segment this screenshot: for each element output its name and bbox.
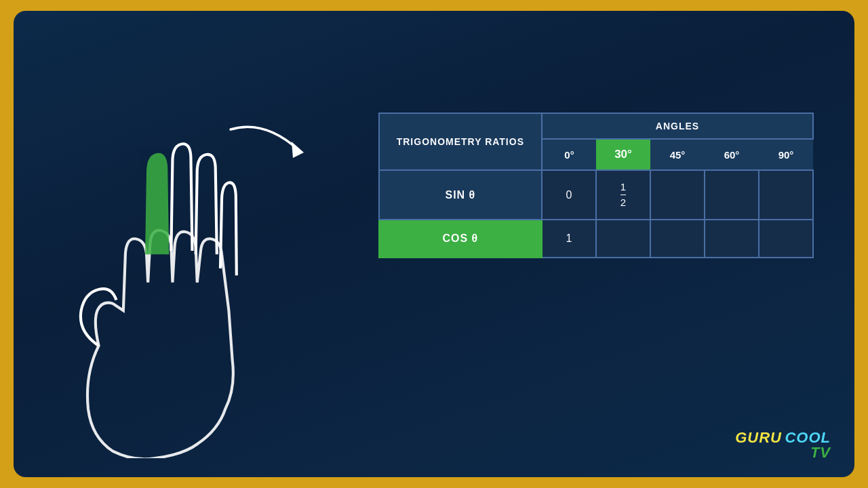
sin-30-fraction: 1 2 bbox=[614, 181, 633, 209]
logo-tv: TV bbox=[735, 445, 831, 460]
logo-guru: GURU bbox=[735, 429, 782, 446]
cos-label: COS θ bbox=[379, 220, 542, 258]
svg-marker-0 bbox=[292, 142, 304, 158]
angle-30: 30° bbox=[596, 139, 650, 170]
angle-45: 45° bbox=[650, 139, 705, 170]
arrow-icon bbox=[224, 116, 312, 177]
gurucool-logo: GURU COOL TV bbox=[735, 430, 831, 460]
angle-0: 0° bbox=[542, 139, 596, 170]
trig-table: TRIGONOMETRY RATIOS ANGLES 0° 30° 45° 60… bbox=[378, 113, 814, 258]
fraction-numerator: 1 bbox=[620, 181, 626, 195]
angle-90: 90° bbox=[759, 139, 813, 170]
angles-header: ANGLES bbox=[542, 113, 813, 139]
table-title: TRIGONOMETRY RATIOS bbox=[379, 113, 542, 170]
cos-45 bbox=[650, 220, 705, 258]
sin-90 bbox=[759, 170, 813, 220]
sin-row: SIN θ 0 1 2 bbox=[379, 170, 813, 220]
cos-30 bbox=[596, 220, 650, 258]
cos-60 bbox=[705, 220, 759, 258]
sin-30: 1 2 bbox=[596, 170, 650, 220]
angle-60: 60° bbox=[705, 139, 759, 170]
main-frame: TRIGONOMETRY RATIOS ANGLES 0° 30° 45° 60… bbox=[14, 11, 854, 477]
cos-row: COS θ 1 bbox=[379, 220, 813, 258]
sin-60 bbox=[705, 170, 759, 220]
cos-90 bbox=[759, 220, 813, 258]
fraction-denominator: 2 bbox=[620, 197, 626, 209]
sin-0: 0 bbox=[542, 170, 596, 220]
sin-label: SIN θ bbox=[379, 170, 542, 220]
cos-0: 1 bbox=[542, 220, 596, 258]
sin-45 bbox=[650, 170, 705, 220]
